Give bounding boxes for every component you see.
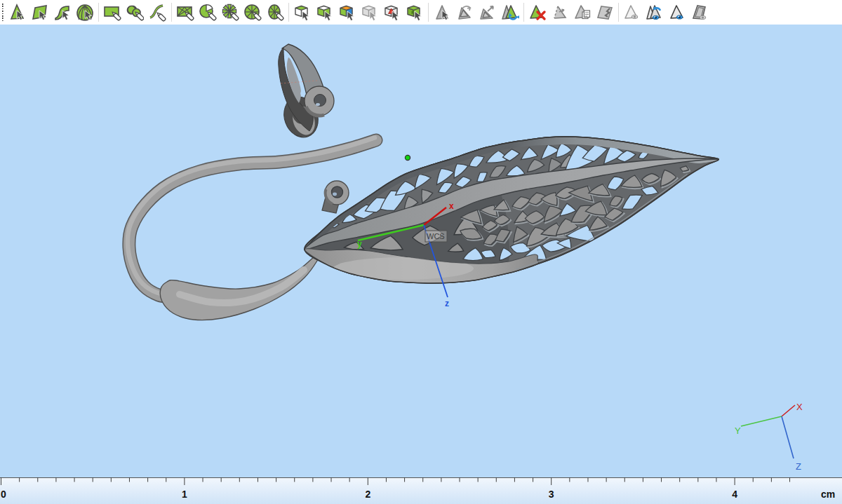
- svg-text:x: x: [449, 201, 454, 211]
- svg-text:3: 3: [549, 489, 554, 500]
- svg-text:WCS: WCS: [427, 232, 445, 240]
- svg-text:X: X: [796, 402, 803, 412]
- svg-text:Y: Y: [735, 425, 741, 436]
- svg-text:y: y: [357, 239, 362, 249]
- svg-text:1: 1: [182, 489, 187, 500]
- svg-text:Z: Z: [796, 461, 801, 472]
- svg-text:4: 4: [732, 489, 737, 500]
- svg-text:cm: cm: [821, 489, 835, 500]
- svg-text:2: 2: [365, 489, 370, 500]
- svg-text:z: z: [445, 299, 449, 308]
- svg-text:0: 0: [1, 489, 6, 500]
